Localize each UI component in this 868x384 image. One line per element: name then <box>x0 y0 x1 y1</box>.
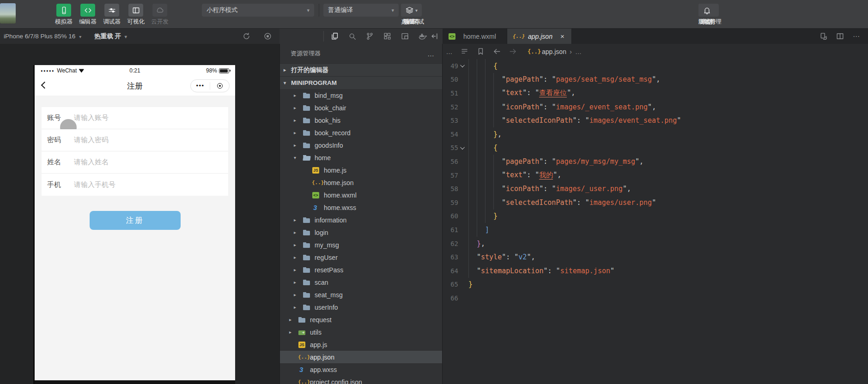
visualizer-button[interactable]: 可视化 <box>124 0 148 26</box>
field-input[interactable]: 请输入密码 <box>74 136 109 144</box>
tree-item-information[interactable]: ▸ information <box>280 214 442 226</box>
chevron-right-icon: ▸ <box>294 118 303 123</box>
bookmark-icon[interactable] <box>473 44 489 59</box>
explorer-section-open-editors[interactable]: ▸ 打开的编辑器 <box>280 63 442 76</box>
tree-item-scan[interactable]: ▸ scan <box>280 276 442 288</box>
tree-item-regUser[interactable]: ▸ regUser <box>280 251 442 264</box>
tree-item-goodsInfo[interactable]: ▸ goodsInfo <box>280 139 442 151</box>
open-changed-file-icon[interactable] <box>818 29 828 44</box>
toolbar-divider <box>319 4 319 17</box>
activity-bar <box>279 29 443 44</box>
clear-cache-label: 清缓存 <box>403 18 420 26</box>
user-avatar[interactable] <box>0 3 16 24</box>
tree-item-book_chair[interactable]: ▸ book_chair <box>280 102 442 114</box>
field-label: 手机 <box>47 180 74 189</box>
tree-item-home[interactable]: ▾ home <box>280 151 442 164</box>
editor-actions-more-icon[interactable]: ⋯ <box>851 29 862 44</box>
close-icon[interactable]: × <box>560 32 565 40</box>
code-line-54[interactable]: 54 }, <box>443 127 868 141</box>
cloud-dev-button[interactable]: 云开发 <box>148 0 172 26</box>
tree-item-book_record[interactable]: ▸ book_record <box>280 126 442 139</box>
code-line-51[interactable]: 51 "text": "查看座位", <box>443 86 868 100</box>
restart-button[interactable] <box>236 29 257 44</box>
tree-item-app.js[interactable]: app.js <box>280 338 442 351</box>
tab-home.wxml[interactable]: home.wxml <box>443 29 507 44</box>
activity-extensions-button[interactable] <box>378 29 396 44</box>
tree-item-request[interactable]: ▸ request <box>280 313 442 326</box>
debugger-button[interactable]: 调试器 <box>100 0 124 26</box>
activity-files-button[interactable] <box>326 29 343 44</box>
explorer-section-project[interactable]: ▾ MINIPROGRAM <box>280 76 442 89</box>
code-area[interactable]: 49 { 50 "pagePath": "pages/seat_msg/seat… <box>443 59 868 305</box>
code-line-62[interactable]: 62 }, <box>443 237 868 251</box>
folder-icon <box>303 291 311 299</box>
field-input[interactable]: 请输入手机号 <box>74 180 115 189</box>
fold-icon[interactable] <box>458 146 467 150</box>
editor-button[interactable]: 编辑器 <box>76 0 100 26</box>
tree-item-app.json[interactable]: app.json <box>280 351 442 363</box>
editor-more-icon[interactable]: … <box>443 48 456 55</box>
code-line-52[interactable]: 52 "iconPath": "images/_event_seat.png", <box>443 100 868 114</box>
explorer-more-icon[interactable]: … <box>427 50 435 58</box>
tab-app.json[interactable]: app.json × <box>507 29 572 44</box>
code-line-56[interactable]: 56 "pagePath": "pages/my_msg/my_msg", <box>443 155 868 168</box>
tree-item-book_his[interactable]: ▸ book_his <box>280 114 442 126</box>
device-selector[interactable]: iPhone 6/7/8 Plus 85% 16 ▾ <box>4 33 81 40</box>
explorer-header: 资源管理器 … <box>280 44 442 63</box>
code-line-64[interactable]: 64 "sitemapLocation": "sitemap.json" <box>443 264 868 278</box>
tree-item-home.js[interactable]: home.js <box>280 164 442 176</box>
tree-item-login[interactable]: ▸ login <box>280 226 442 239</box>
tree-item-userInfo[interactable]: ▸ userInfo <box>280 301 442 313</box>
code-line-58[interactable]: 58 "iconPath": "images/_user.png", <box>443 182 868 196</box>
activity-preview-window-button[interactable] <box>396 29 413 44</box>
tree-item-my_msg[interactable]: ▸ my_msg <box>280 239 442 251</box>
phone-navbar: 注册 ••• <box>35 76 235 96</box>
fold-icon[interactable] <box>458 64 467 67</box>
breadcrumb[interactable]: app.json › … <box>528 48 582 55</box>
code-line-63[interactable]: 63 "style": "v2", <box>443 250 868 264</box>
field-input[interactable]: 请输入账号 <box>74 114 109 122</box>
field-input[interactable]: 请输入姓名 <box>74 158 109 167</box>
tree-item-home.wxss[interactable]: home.wxss <box>280 201 442 214</box>
capsule-close-icon[interactable] <box>210 83 229 89</box>
code-line-60[interactable]: 60 } <box>443 210 868 223</box>
code-line-55[interactable]: 55 { <box>443 141 868 155</box>
code-line-61[interactable]: 61 ] <box>443 223 868 237</box>
code-line-53[interactable]: 53 "selectedIconPath": "images/event_sea… <box>443 114 868 127</box>
extensions-icon <box>383 32 392 41</box>
tree-item-seat_msg[interactable]: ▸ seat_msg <box>280 288 442 301</box>
activity-source-control-button[interactable] <box>361 29 378 44</box>
json-icon <box>298 378 306 384</box>
clear-cache-button[interactable]: ▾ 清缓存 <box>401 0 422 26</box>
tree-item-label: project.config.json <box>310 378 362 384</box>
simulator-button[interactable]: 模拟器 <box>52 0 76 26</box>
folder-green-icon <box>298 329 306 336</box>
screenshot-record-button[interactable] <box>257 29 278 44</box>
tree-item-bind_msg[interactable]: ▸ bind_msg <box>280 89 442 102</box>
hot-reload-toggle[interactable]: 热重载 开 ▾ <box>94 32 127 41</box>
tree-item-home.json[interactable]: home.json <box>280 176 442 189</box>
mode-dropdown[interactable]: 小程序模式 ▾ <box>202 4 314 17</box>
tree-item-utils[interactable]: ▸ utils <box>280 326 442 338</box>
messages-button[interactable]: 消息 <box>698 0 716 26</box>
code-line-57[interactable]: 57 "text": "我的", <box>443 168 868 182</box>
collapse-sidebar-icon[interactable] <box>427 29 443 44</box>
json-file-icon <box>513 33 521 40</box>
compile-mode-dropdown[interactable]: 普通编译 ▾ <box>323 4 399 17</box>
split-editor-icon[interactable] <box>835 29 845 44</box>
tree-item-app.wxss[interactable]: app.wxss <box>280 363 442 376</box>
activity-search-button[interactable] <box>343 29 361 44</box>
tree-item-project.config.json[interactable]: project.config.json <box>280 376 442 384</box>
code-line-49[interactable]: 49 { <box>443 59 868 73</box>
tree-item-resetPass[interactable]: ▸ resetPass <box>280 264 442 276</box>
navigate-back-icon[interactable] <box>489 44 505 59</box>
tree-item-home.wxml[interactable]: home.wxml <box>280 189 442 201</box>
navigate-forward-icon[interactable] <box>505 44 521 59</box>
code-line-59[interactable]: 59 "selectedIconPath": "images/user.png" <box>443 196 868 210</box>
code-line-65[interactable]: 65 } <box>443 278 868 292</box>
code-line-66[interactable]: 66 <box>443 291 868 305</box>
outline-icon[interactable] <box>456 44 473 59</box>
capsule-more-icon[interactable]: ••• <box>191 84 210 88</box>
code-line-50[interactable]: 50 "pagePath": "pages/seat_msg/seat_msg"… <box>443 73 868 87</box>
register-button[interactable]: 注册 <box>90 211 181 230</box>
